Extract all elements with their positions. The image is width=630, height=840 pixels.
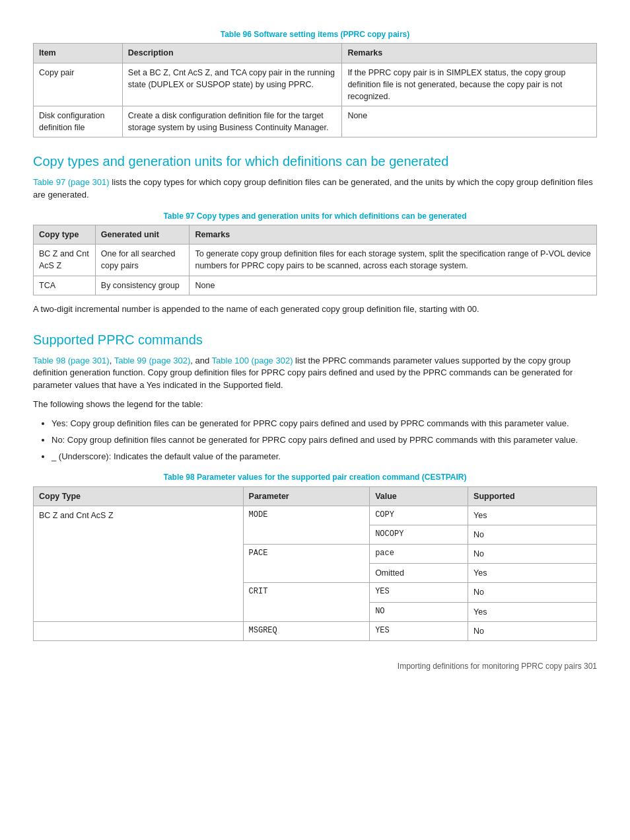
section-pprc-intro: Table 98 (page 301), Table 99 (page 302)… <box>33 355 597 393</box>
table98-link[interactable]: Table 98 (page 301) <box>33 356 110 365</box>
section-copy-types-title: Copy types and generation units for whic… <box>33 152 597 171</box>
table96-col-description: Description <box>122 44 342 63</box>
table96-row2-description: Create a disk configuration definition f… <box>122 106 342 137</box>
pprc-legend-list: Yes: Copy group definition files can be … <box>52 418 597 463</box>
table98-row1-supported: Yes <box>468 506 597 525</box>
table96-row1-item: Copy pair <box>34 63 123 106</box>
table98-row3-supported: No <box>468 545 597 564</box>
section-copy-types-intro-text: lists the copy types for which copy grou… <box>33 177 593 200</box>
footer-text: Importing definitions for monitoring PPR… <box>398 661 597 672</box>
table99-link[interactable]: Table 99 (page 302) <box>114 356 191 365</box>
table97-row2-copytype: TCA <box>34 276 96 295</box>
table98: Copy Type Parameter Value Supported BC Z… <box>33 486 597 641</box>
list-item: _ (Underscore): Indicates the default va… <box>52 451 597 463</box>
table98-row2-supported: No <box>468 525 597 545</box>
table96-col-remarks: Remarks <box>342 44 597 63</box>
table-row: BC Z and Cnt AcS Z MODE COPY Yes <box>34 506 597 525</box>
table-row: TCA By consistency group None <box>34 276 597 295</box>
section-pprc-title: Supported PPRC commands <box>33 330 597 350</box>
table96: Item Description Remarks Copy pair Set a… <box>33 43 597 137</box>
table-row: Copy pair Set a BC Z, Cnt AcS Z, and TCA… <box>34 63 597 106</box>
section-copy-types-intro: Table 97 (page 301) lists the copy types… <box>33 176 597 202</box>
list-item: No: Copy group definition files cannot b… <box>52 434 597 447</box>
table96-col-item: Item <box>34 44 123 63</box>
table98-row2-value: NOCOPY <box>370 525 468 545</box>
table98-row6-supported: Yes <box>468 602 597 621</box>
table97-row2-genunit: By consistency group <box>95 276 190 295</box>
page-footer: Importing definitions for monitoring PPR… <box>33 661 597 672</box>
table98-title: Table 98 Parameter values for the suppor… <box>33 472 597 483</box>
table96-title: Table 96 Software setting items (PPRC co… <box>33 29 597 40</box>
table98-row7-copytype <box>34 621 244 640</box>
table97-link[interactable]: Table 97 (page 301) <box>33 177 110 187</box>
table96-row1-remarks: If the PPRC copy pair is in SIMPLEX stat… <box>342 63 597 106</box>
table98-col-parameter: Parameter <box>243 486 370 506</box>
table98-row1-param: MODE <box>243 506 370 544</box>
table97-col-genunit: Generated unit <box>95 225 190 245</box>
table98-row5-supported: No <box>468 583 597 602</box>
table98-col-value: Value <box>370 486 468 506</box>
table98-row7-value: YES <box>370 621 468 640</box>
table98-row7-supported: No <box>468 621 597 640</box>
table98-col-supported: Supported <box>468 486 597 506</box>
list-item: Yes: Copy group definition files can be … <box>52 418 597 430</box>
table98-row1-value: COPY <box>370 506 468 525</box>
table98-row3-param: PACE <box>243 545 370 583</box>
table98-col-copytype: Copy Type <box>34 486 244 506</box>
table98-row4-value: Omitted <box>370 564 468 583</box>
table97-col-remarks: Remarks <box>190 225 597 245</box>
table98-row7-param: MSGREQ <box>243 621 370 640</box>
two-digit-text: A two-digit incremental number is append… <box>33 303 597 316</box>
table97: Copy type Generated unit Remarks BC Z an… <box>33 225 597 295</box>
table98-row6-value: NO <box>370 602 468 621</box>
table-row: MSGREQ YES No <box>34 621 597 640</box>
table98-row5-value: YES <box>370 583 468 602</box>
table96-row2-item: Disk configuration definition file <box>34 106 123 137</box>
table97-title: Table 97 Copy types and generation units… <box>33 211 597 222</box>
table97-row1-copytype: BC Z and Cnt AcS Z <box>34 245 96 276</box>
table98-row4-supported: Yes <box>468 564 597 583</box>
legend-intro: The following shows the legend for the t… <box>33 399 597 411</box>
table100-link[interactable]: Table 100 (page 302) <box>212 356 293 365</box>
table97-col-copytype: Copy type <box>34 225 96 245</box>
table97-row2-remarks: None <box>190 276 597 295</box>
table96-row1-description: Set a BC Z, Cnt AcS Z, and TCA copy pair… <box>122 63 342 106</box>
table-row: Disk configuration definition file Creat… <box>34 106 597 137</box>
table98-row3-value: pace <box>370 545 468 564</box>
table96-row2-remarks: None <box>342 106 597 137</box>
table-row: BC Z and Cnt AcS Z One for all searched … <box>34 245 597 276</box>
table98-row5-param: CRIT <box>243 583 370 621</box>
table97-row1-remarks: To generate copy group definition files … <box>190 245 597 276</box>
table97-row1-genunit: One for all searched copy pairs <box>95 245 190 276</box>
table98-row1-copytype: BC Z and Cnt AcS Z <box>34 506 244 621</box>
